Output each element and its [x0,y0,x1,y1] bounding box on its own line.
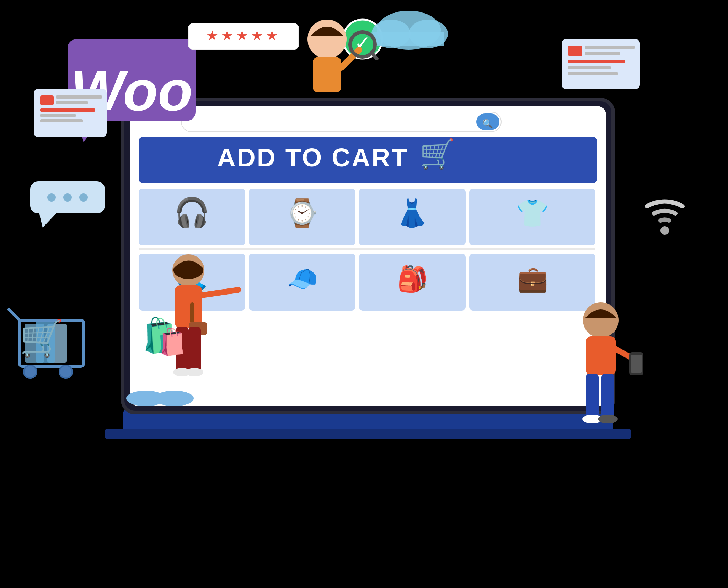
main-illustration: 🔍 ADD TO CART 🛒 🎧 ⌚ 👗 👕 👟 🧢 🎒 [0,0,728,588]
add-to-cart-label: ADD TO CART [217,143,409,172]
svg-rect-34 [568,46,582,56]
svg-rect-5 [181,112,501,132]
svg-rect-41 [40,95,54,105]
svg-point-78 [186,368,203,376]
svg-text:🛍️: 🛍️ [142,316,187,357]
svg-point-58 [59,365,72,378]
svg-rect-45 [56,95,102,99]
svg-rect-37 [568,72,618,75]
svg-rect-81 [586,336,616,375]
svg-text:⌚: ⌚ [285,197,319,229]
svg-rect-73 [190,302,194,324]
svg-rect-44 [40,119,83,122]
svg-rect-85 [586,374,599,420]
svg-rect-43 [40,114,76,117]
svg-rect-18 [139,248,595,250]
svg-point-57 [24,365,37,378]
svg-text:👕: 👕 [516,197,549,229]
svg-text:💼: 💼 [517,264,548,294]
svg-point-80 [583,302,619,338]
svg-point-90 [155,391,194,406]
svg-rect-36 [568,66,611,69]
svg-text:🎧: 🎧 [174,196,210,229]
svg-rect-2 [105,429,631,439]
svg-rect-76 [188,327,201,373]
svg-text:👗: 👗 [396,197,429,229]
svg-rect-35 [568,60,625,63]
svg-rect-66 [313,57,341,92]
svg-rect-84 [631,355,642,373]
svg-rect-38 [585,46,635,49]
svg-rect-46 [56,101,88,104]
svg-rect-39 [585,52,620,55]
svg-point-88 [598,415,618,423]
svg-rect-42 [40,108,95,112]
svg-rect-86 [601,374,614,420]
svg-point-60 [660,226,669,235]
svg-point-65 [307,20,347,59]
svg-point-50 [63,193,72,202]
svg-text:★★★★★: ★★★★★ [206,28,281,43]
svg-point-51 [79,193,88,202]
svg-rect-64 [373,32,444,46]
svg-text:🛒: 🛒 [20,317,64,359]
svg-text:🧢: 🧢 [287,264,318,294]
scene: 🔍 ADD TO CART 🛒 🎧 ⌚ 👗 👕 👟 🧢 🎒 [0,0,728,588]
svg-text:🎒: 🎒 [397,264,428,294]
svg-text:🛒: 🛒 [419,137,455,171]
svg-text:🔍: 🔍 [482,118,493,129]
svg-point-49 [47,193,56,202]
